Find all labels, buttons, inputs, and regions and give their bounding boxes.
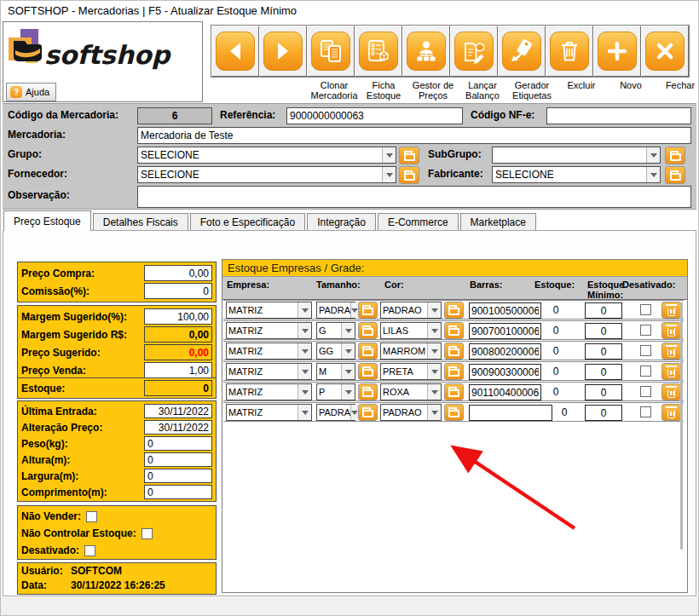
grid-scrollbar[interactable] xyxy=(680,302,683,550)
chevron-down-icon[interactable] xyxy=(646,167,660,182)
tab-preco-estoque[interactable]: Preço Estoque xyxy=(3,210,91,231)
chevron-down-icon[interactable] xyxy=(298,384,311,400)
cor-folder-button[interactable] xyxy=(444,343,464,360)
chevron-down-icon[interactable] xyxy=(646,147,660,163)
row-delete-button[interactable] xyxy=(661,302,681,319)
cor-folder-button[interactable] xyxy=(444,322,464,339)
desativado-checkbox[interactable] xyxy=(84,545,95,556)
tamanho-folder-button[interactable] xyxy=(358,404,378,421)
stock-sheet-button[interactable] xyxy=(359,32,398,71)
barras-input[interactable] xyxy=(469,384,541,400)
row-desativado-checkbox[interactable] xyxy=(640,386,651,397)
clone-item-button[interactable] xyxy=(311,32,350,71)
nao-controlar-estoque-checkbox[interactable] xyxy=(142,528,153,539)
empresa-select[interactable]: MATRIZ xyxy=(226,343,312,360)
close-button[interactable] xyxy=(645,32,685,71)
chevron-down-icon[interactable] xyxy=(382,167,396,182)
observacao-input[interactable] xyxy=(137,186,691,208)
nao-vender-checkbox[interactable] xyxy=(86,511,97,522)
row-delete-button[interactable] xyxy=(661,404,681,421)
empresa-select[interactable]: MATRIZ xyxy=(226,302,312,319)
largura-input[interactable] xyxy=(144,469,212,483)
estoque-minimo-input[interactable] xyxy=(585,343,622,360)
forward-button[interactable] xyxy=(263,32,303,71)
empresa-select[interactable]: MATRIZ xyxy=(226,383,312,400)
tab-marketplace[interactable]: Marketplace xyxy=(460,213,536,231)
fornecedor-select[interactable]: SELECIONE xyxy=(137,166,396,183)
cor-folder-button[interactable] xyxy=(444,404,464,421)
chevron-down-icon[interactable] xyxy=(341,343,355,359)
row-desativado-checkbox[interactable] xyxy=(640,304,651,315)
chevron-down-icon[interactable] xyxy=(427,405,441,420)
chevron-down-icon[interactable] xyxy=(298,405,311,420)
row-desativado-checkbox[interactable] xyxy=(640,406,651,417)
tamanho-select[interactable]: PADRA xyxy=(316,404,355,421)
delete-button[interactable] xyxy=(550,32,589,71)
empresa-select[interactable]: MATRIZ xyxy=(226,322,312,339)
tamanho-select[interactable]: GG xyxy=(316,343,355,360)
empresa-select[interactable]: MATRIZ xyxy=(226,404,312,421)
chevron-down-icon[interactable] xyxy=(382,147,396,163)
chevron-down-icon[interactable] xyxy=(427,364,441,379)
cor-select[interactable]: LILAS xyxy=(380,322,442,339)
chevron-down-icon[interactable] xyxy=(350,405,358,420)
preco-compra-input[interactable] xyxy=(144,265,212,281)
cor-select[interactable]: PADRAO xyxy=(380,302,442,319)
tamanho-folder-button[interactable] xyxy=(358,343,378,360)
cor-folder-button[interactable] xyxy=(444,302,464,319)
chevron-down-icon[interactable] xyxy=(427,323,441,338)
chevron-down-icon[interactable] xyxy=(298,323,311,338)
row-delete-button[interactable] xyxy=(661,322,681,339)
tamanho-folder-button[interactable] xyxy=(358,363,378,380)
fabricante-select[interactable]: SELECIONE xyxy=(492,166,661,183)
label-generator-button[interactable] xyxy=(502,32,541,71)
estoque-minimo-input[interactable] xyxy=(585,384,622,400)
chevron-down-icon[interactable] xyxy=(298,343,311,359)
barras-input[interactable] xyxy=(469,302,541,319)
margem-pct-input[interactable] xyxy=(144,308,212,325)
chevron-down-icon[interactable] xyxy=(298,302,311,318)
tamanho-folder-button[interactable] xyxy=(358,322,378,339)
barras-input[interactable] xyxy=(469,343,541,360)
row-desativado-checkbox[interactable] xyxy=(640,366,651,377)
row-delete-button[interactable] xyxy=(661,363,681,380)
barras-input[interactable] xyxy=(469,364,541,380)
barras-input[interactable] xyxy=(469,405,552,421)
chevron-down-icon[interactable] xyxy=(298,364,311,379)
estoque-minimo-input[interactable] xyxy=(585,405,622,421)
chevron-down-icon[interactable] xyxy=(427,343,441,359)
row-desativado-checkbox[interactable] xyxy=(640,345,651,356)
tamanho-folder-button[interactable] xyxy=(358,302,378,319)
fabricante-folder-button[interactable] xyxy=(665,166,685,184)
tamanho-select[interactable]: M xyxy=(316,363,355,380)
grupo-folder-button[interactable] xyxy=(399,147,419,164)
cor-select[interactable]: ROXA xyxy=(380,383,442,400)
row-delete-button[interactable] xyxy=(661,383,681,400)
help-button[interactable]: ? Ajuda xyxy=(6,83,56,101)
subgrupo-folder-button[interactable] xyxy=(665,147,685,164)
cor-select[interactable]: MARROM xyxy=(380,343,442,360)
cor-folder-button[interactable] xyxy=(444,383,464,400)
preco-venda-input[interactable] xyxy=(144,362,212,378)
chevron-down-icon[interactable] xyxy=(341,364,355,379)
fornecedor-folder-button[interactable] xyxy=(399,166,419,184)
chevron-down-icon[interactable] xyxy=(427,302,441,318)
new-button[interactable] xyxy=(598,32,637,71)
tab-ecommerce[interactable]: E-Commerce xyxy=(378,213,459,231)
cor-select[interactable]: PRETA xyxy=(380,363,442,380)
tab-foto-especificacao[interactable]: Foto e Especificação xyxy=(190,213,305,231)
nfe-input[interactable] xyxy=(546,107,691,124)
chevron-down-icon[interactable] xyxy=(350,302,358,318)
referencia-input[interactable] xyxy=(286,107,463,124)
comissao-input[interactable] xyxy=(144,283,212,299)
tamanho-folder-button[interactable] xyxy=(358,383,378,400)
empresa-select[interactable]: MATRIZ xyxy=(226,363,312,380)
comprimento-input[interactable] xyxy=(144,485,212,499)
altura-input[interactable] xyxy=(144,452,212,467)
mercadoria-input[interactable] xyxy=(137,127,691,144)
tab-integracao[interactable]: Integração xyxy=(307,213,376,231)
row-desativado-checkbox[interactable] xyxy=(640,325,651,336)
tamanho-select[interactable]: PADRA xyxy=(316,302,355,319)
estoque-minimo-input[interactable] xyxy=(585,323,622,339)
subgrupo-select[interactable] xyxy=(492,147,661,164)
